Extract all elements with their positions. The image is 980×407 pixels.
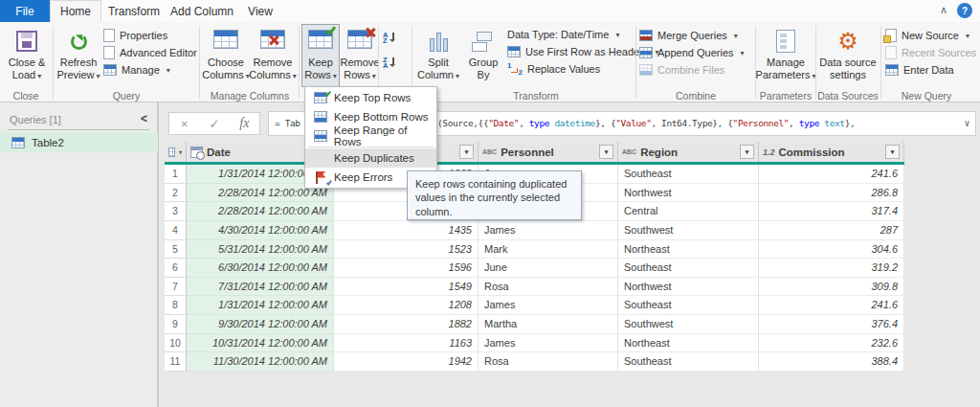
query-item-table2[interactable]: Table2 — [0, 132, 158, 152]
select-all-corner[interactable]: ▾ — [165, 142, 187, 162]
column-header-commission[interactable]: 1.2 Commission ▾ — [759, 142, 904, 162]
enter-data-button[interactable]: Enter Data — [885, 61, 980, 79]
cell-commission[interactable]: 319.2 — [759, 259, 904, 278]
row-number[interactable]: 7 — [165, 278, 187, 297]
row-number[interactable]: 6 — [165, 259, 187, 278]
cell-region[interactable]: Southeast — [618, 352, 759, 372]
cell-personnel[interactable]: Rosa — [479, 278, 618, 297]
cell-date[interactable]: 6/30/2014 12:00:00 AM — [187, 259, 334, 278]
cancel-icon[interactable]: × — [169, 117, 199, 131]
sort-descending-button[interactable]: ZA — [383, 55, 396, 72]
cell-date[interactable]: 7/31/2014 12:00:00 AM — [187, 278, 334, 297]
keep-rows-button[interactable]: Keep Rows▾ — [301, 24, 340, 87]
column-header-region[interactable]: ABC Region ▾ — [618, 142, 759, 162]
pane-splitter[interactable] — [158, 102, 165, 407]
cell-region[interactable]: Southeast — [618, 259, 759, 278]
filter-button[interactable]: ▾ — [599, 145, 613, 159]
cell-region[interactable]: Northwest — [618, 184, 759, 203]
cell-personnel[interactable]: June — [479, 259, 618, 278]
advanced-editor-button[interactable]: Advanced Editor — [103, 44, 197, 61]
remove-columns-button[interactable]: Remove Columns▾ — [250, 24, 296, 87]
cell-personnel[interactable]: James — [479, 296, 618, 315]
cell-region[interactable]: Southwest — [618, 315, 759, 334]
cell-region[interactable]: Southeast — [618, 165, 759, 184]
cell-personnel[interactable]: Martha — [479, 315, 618, 334]
cell-value[interactable]: 1163 — [334, 334, 479, 353]
menu-item-keep-top-rows[interactable]: Keep Top Rows — [305, 88, 436, 107]
merge-queries-button[interactable]: Merge Queries ▾ — [639, 27, 745, 44]
cell-commission[interactable]: 317.4 — [759, 202, 904, 221]
combine-files-button[interactable]: Combine Files — [639, 61, 745, 79]
row-number[interactable]: 1 — [165, 165, 187, 184]
manage-button[interactable]: Manage ▾ — [103, 61, 197, 79]
cell-personnel[interactable]: Mark — [479, 240, 618, 260]
filter-button[interactable]: ▾ — [885, 145, 900, 159]
menu-item-keep-range-of-rows[interactable]: Keep Range of Rows — [305, 126, 436, 146]
filter-button[interactable]: ▾ — [740, 145, 754, 159]
row-number[interactable]: 4 — [165, 221, 187, 240]
cell-value[interactable]: 1942 — [334, 352, 479, 372]
cell-date[interactable]: 9/30/2014 12:00:00 AM — [187, 315, 334, 334]
group-by-button[interactable]: Group By — [462, 24, 504, 87]
cell-value[interactable]: 1882 — [334, 315, 479, 334]
refresh-preview-button[interactable]: Refresh Preview▾ — [56, 24, 101, 87]
menu-item-keep-bottom-rows[interactable]: Keep Bottom Rows — [305, 107, 436, 126]
row-number[interactable]: 8 — [165, 296, 187, 315]
cell-commission[interactable]: 241.6 — [759, 165, 904, 184]
append-queries-button[interactable]: Append Queries ▾ — [639, 44, 745, 61]
cell-date[interactable]: 1/31/2014 12:00:00 AM — [187, 296, 334, 315]
filter-button[interactable]: ▾ — [459, 145, 474, 159]
cell-value[interactable]: 1549 — [334, 278, 479, 297]
recent-sources-button[interactable]: Recent Sources ▾ — [885, 44, 980, 61]
cell-value[interactable]: 1596 — [334, 259, 479, 278]
cell-commission[interactable]: 304.6 — [759, 240, 904, 260]
row-number[interactable]: 11 — [165, 352, 187, 372]
properties-button[interactable]: Properties — [103, 27, 197, 44]
cell-value[interactable]: 1435 — [334, 221, 479, 240]
cell-commission[interactable]: 232.6 — [759, 334, 904, 353]
sort-ascending-button[interactable]: AZ — [383, 30, 396, 47]
pane-collapse-icon[interactable]: < — [141, 112, 147, 125]
row-number[interactable]: 5 — [165, 240, 187, 260]
cell-commission[interactable]: 388.4 — [759, 352, 904, 372]
collapse-ribbon-icon[interactable]: ∧ — [940, 4, 947, 16]
cell-value[interactable]: 1208 — [334, 296, 479, 315]
row-number[interactable]: 10 — [165, 334, 187, 353]
tab-transform[interactable]: Transform — [101, 0, 167, 22]
column-header-personnel[interactable]: ABC Personnel ▾ — [479, 142, 618, 162]
formula-expand-icon[interactable]: ∨ — [964, 112, 969, 135]
tab-file[interactable]: File — [0, 0, 50, 22]
cell-commission[interactable]: 376.4 — [759, 315, 904, 334]
close-and-load-button[interactable]: Close & Load▾ — [4, 24, 50, 87]
commit-check-icon[interactable]: ✓ — [199, 117, 229, 131]
cell-commission[interactable]: 309.8 — [759, 278, 904, 297]
tab-home[interactable]: Home — [50, 0, 101, 22]
cell-commission[interactable]: 241.6 — [759, 296, 904, 315]
cell-region[interactable]: Southeast — [618, 296, 759, 315]
cell-region[interactable]: Northeast — [618, 334, 759, 353]
row-number[interactable]: 2 — [165, 184, 187, 203]
tab-add-column[interactable]: Add Column — [167, 0, 237, 22]
remove-rows-button[interactable]: Remove Rows▾ — [341, 24, 379, 87]
new-source-button[interactable]: New Source ▾ — [885, 27, 980, 44]
cell-date[interactable]: 2/28/2014 12:00:00 AM — [187, 202, 334, 221]
cell-date[interactable]: 5/31/2014 12:00:00 AM — [187, 240, 334, 260]
data-source-settings-button[interactable]: ⚙ Data source settings — [818, 24, 878, 87]
row-number[interactable]: 3 — [165, 202, 187, 221]
cell-region[interactable]: Southwest — [618, 221, 759, 240]
cell-personnel[interactable]: James — [479, 334, 618, 353]
help-icon[interactable]: ? — [957, 3, 972, 18]
cell-date[interactable]: 11/30/2014 12:00:00 AM — [187, 352, 334, 372]
cell-commission[interactable]: 286.8 — [759, 184, 904, 203]
tab-view[interactable]: View — [237, 0, 283, 22]
cell-personnel[interactable]: James — [479, 221, 618, 240]
manage-parameters-button[interactable]: Manage Parameters▾ — [758, 24, 813, 87]
cell-region[interactable]: Northeast — [618, 240, 759, 260]
cell-date[interactable]: 10/31/2014 12:00:00 AM — [187, 334, 334, 353]
cell-value[interactable]: 1523 — [334, 240, 479, 260]
row-number[interactable]: 9 — [165, 315, 187, 334]
menu-item-keep-duplicates[interactable]: Keep Duplicates — [305, 148, 436, 168]
cell-commission[interactable]: 287 — [759, 221, 904, 240]
choose-columns-button[interactable]: Choose Columns▾ — [203, 24, 249, 87]
split-column-button[interactable]: Split Column▾ — [415, 24, 461, 87]
